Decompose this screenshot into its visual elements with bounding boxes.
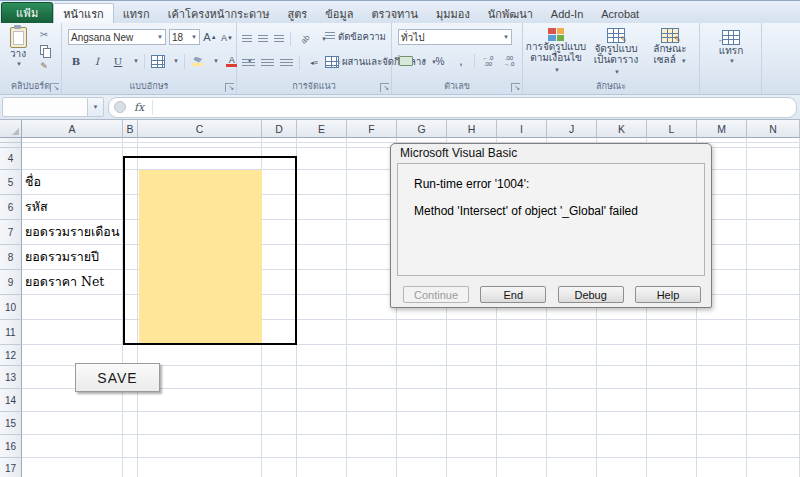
grid-cell-K16[interactable] [597,435,647,458]
help-button[interactable]: Help [635,286,701,303]
grid-cell-N9[interactable] [747,270,800,295]
row-header-7[interactable]: 7 [0,220,22,245]
grid-cell-H16[interactable] [447,435,497,458]
row-header-9[interactable]: 9 [0,270,22,295]
grid-cell-N16[interactable] [747,435,800,458]
cell-styles-button[interactable]: ✎ ลักษณะ เซลล์ ▼ [645,28,695,67]
row-header-10[interactable]: 10 [0,295,22,320]
decrease-decimal-button[interactable]: .00→.0 [501,53,517,69]
grid-cell-N4[interactable] [747,148,800,170]
dialog-title[interactable]: Microsoft Visual Basic [391,144,711,162]
row-header-4[interactable]: 4 [0,148,22,170]
grid-cell-M12[interactable] [697,345,747,366]
grid-cell-K15[interactable] [597,412,647,435]
format-as-table-button[interactable]: ✎ จัดรูปแบบ เป็นตาราง ▼ [589,28,643,78]
continue-button[interactable]: Continue [403,286,469,303]
grid-cell-N14[interactable] [747,389,800,412]
grid-cell-F17[interactable] [347,458,397,477]
wrap-text-button[interactable]: ตัดข้อความ [325,29,386,44]
grid-cell-K13[interactable] [597,366,647,389]
grid-cell-N7[interactable] [747,220,800,245]
align-left-icon[interactable] [242,59,255,68]
grid-cell-G11[interactable] [397,320,447,345]
grid-cell-J13[interactable] [547,366,597,389]
grid-cell-E8[interactable] [297,245,347,270]
grid-cell-E6[interactable] [297,195,347,220]
grid-cell-A16[interactable] [22,435,123,458]
column-header-J[interactable]: J [547,120,597,138]
grid-cell-F11[interactable] [347,320,397,345]
row-header-11[interactable]: 11 [0,320,22,345]
column-header-F[interactable]: F [347,120,397,138]
grid-cell-A11[interactable] [22,320,123,345]
tab-หน้าแรก[interactable]: หน้าแรก [53,3,114,23]
grid-cell-I12[interactable] [497,345,547,366]
grow-font-button[interactable]: A▲ [202,29,218,45]
row-header-5[interactable]: 5 [0,170,22,195]
tab-แทรก[interactable]: แทรก [114,4,159,23]
grid-cell-A7[interactable]: ยอดรวมรายเดือน [22,220,123,245]
grid-cell-E4[interactable] [297,148,347,170]
grid-cell-M11[interactable] [697,320,747,345]
grid-cell-A8[interactable]: ยอดรวมรายปี [22,245,123,270]
tab-นักพัฒนา[interactable]: นักพัฒนา [479,4,542,23]
grid-cell-K11[interactable] [597,320,647,345]
grid-cell-H14[interactable] [447,389,497,412]
grid-cell-E7[interactable] [297,220,347,245]
grid-cell-E17[interactable] [297,458,347,477]
grid-cell-E14[interactable] [297,389,347,412]
orientation-button[interactable]: ab [294,28,317,51]
border-box[interactable] [123,156,297,345]
grid-cell-L11[interactable] [647,320,697,345]
grid-cell-I15[interactable] [497,412,547,435]
grid-cell-D15[interactable] [262,412,297,435]
grid-cell-A5[interactable]: ชื่อ [22,170,123,195]
grid-cell-E13[interactable] [297,366,347,389]
align-top-icon[interactable] [242,35,252,44]
formula-field[interactable]: fx [108,97,797,118]
number-dialog-launcher[interactable]: ↘ [511,83,520,92]
grid-cell-M14[interactable] [697,389,747,412]
grid-cell-F14[interactable] [347,389,397,412]
grid-cell-J15[interactable] [547,412,597,435]
grid-cell-A17[interactable] [22,458,123,477]
select-all-corner[interactable] [0,120,22,138]
row-header-17[interactable]: 17 [0,458,22,477]
grid-cell-F13[interactable] [347,366,397,389]
grid-cell-D14[interactable] [262,389,297,412]
grid-cell-A6[interactable]: รหัส [22,195,123,220]
grid-cell-G17[interactable] [397,458,447,477]
align-right-icon[interactable] [280,59,293,68]
grid-cell-K12[interactable] [597,345,647,366]
insert-cells-button[interactable]: ← แทรก ▼ [708,30,754,67]
grid-cell-M13[interactable] [697,366,747,389]
paste-button[interactable]: วาง ▼ [3,27,33,70]
grid-cell-N5[interactable] [747,170,800,195]
grid-cell-G16[interactable] [397,435,447,458]
format-painter-icon[interactable]: ✎ [36,58,52,74]
grid-cell-K14[interactable] [597,389,647,412]
grid-cell-B16[interactable] [123,435,138,458]
grid-cell-F12[interactable] [347,345,397,366]
column-header-H[interactable]: H [447,120,497,138]
font-name-combo[interactable]: Angsana New ▼ [68,29,166,45]
grid-cell-A9[interactable]: ยอดราคา Net [22,270,123,295]
grid-cell-J11[interactable] [547,320,597,345]
underline-button[interactable]: U [110,53,126,69]
row-header-16[interactable]: 16 [0,435,22,458]
grid-cell-K17[interactable] [597,458,647,477]
grid-cell-A4[interactable] [22,148,123,170]
debug-button[interactable]: Debug [558,286,624,303]
grid-cell-L12[interactable] [647,345,697,366]
tab-เค้าโครงหน้ากระดาษ[interactable]: เค้าโครงหน้ากระดาษ [159,4,279,23]
italic-button[interactable]: I [89,53,105,69]
tab-มุมมอง[interactable]: มุมมอง [427,4,479,23]
cut-icon[interactable]: ✂ [36,26,52,42]
grid-cell-J12[interactable] [547,345,597,366]
grid-cell-E12[interactable] [297,345,347,366]
grid-cell-F15[interactable] [347,412,397,435]
column-header-E[interactable]: E [297,120,347,138]
tab-ข้อมูล[interactable]: ข้อมูล [316,4,362,23]
row-header-14[interactable]: 14 [0,389,22,412]
save-button[interactable]: SAVE [75,363,160,392]
